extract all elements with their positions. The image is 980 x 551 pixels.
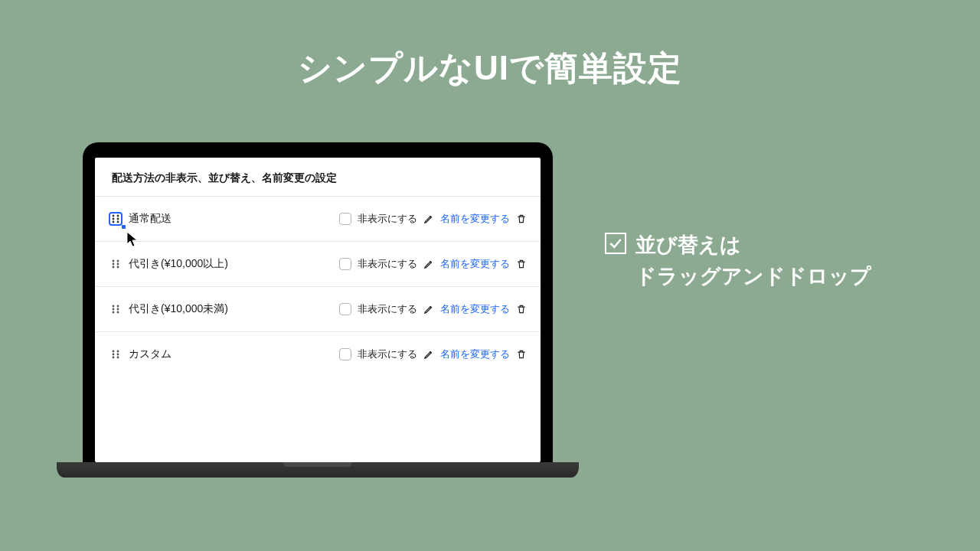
drag-handle-icon[interactable]	[109, 257, 122, 271]
laptop-base	[57, 462, 579, 478]
shipping-row[interactable]: 通常配送 非表示にする 名前を変更する	[95, 196, 541, 241]
svg-point-15	[117, 308, 119, 311]
svg-point-11	[117, 266, 119, 269]
svg-point-19	[117, 350, 119, 353]
shipping-name: 通常配送	[129, 212, 333, 226]
laptop-mock: 配送方法の非表示、並び替え、名前変更の設定 通常配送 非表示にする 名前を変更す…	[83, 142, 553, 478]
trash-icon[interactable]	[516, 304, 527, 315]
svg-point-4	[113, 221, 115, 223]
svg-point-5	[117, 221, 119, 223]
trash-icon[interactable]	[516, 259, 527, 269]
pencil-icon[interactable]	[423, 349, 434, 360]
shipping-name: カスタム	[129, 347, 333, 361]
drag-handle-icon[interactable]	[109, 347, 122, 361]
pencil-icon[interactable]	[423, 304, 434, 315]
svg-point-1	[117, 215, 119, 217]
hide-checkbox[interactable]	[339, 303, 351, 315]
check-icon	[605, 233, 626, 254]
shipping-name: 代引き(¥10,000未満)	[129, 302, 333, 316]
hide-label: 非表示にする	[358, 302, 417, 316]
svg-point-14	[113, 308, 115, 311]
shipping-row[interactable]: カスタム 非表示にする 名前を変更する	[95, 331, 541, 377]
rename-link[interactable]: 名前を変更する	[440, 347, 510, 361]
shipping-row[interactable]: 代引き(¥10,000未満) 非表示にする 名前を変更する	[95, 286, 541, 331]
page-headline: シンプルなUIで簡単設定	[0, 46, 980, 91]
svg-point-21	[117, 354, 119, 356]
app-screen: 配送方法の非表示、並び替え、名前変更の設定 通常配送 非表示にする 名前を変更す…	[95, 158, 541, 462]
callout-line1: 並び替えは	[635, 233, 741, 256]
drag-handle-icon[interactable]	[109, 212, 122, 226]
svg-point-2	[113, 218, 115, 220]
svg-point-18	[113, 350, 115, 353]
pencil-icon[interactable]	[423, 214, 434, 224]
rename-link[interactable]: 名前を変更する	[440, 257, 510, 271]
panel-title: 配送方法の非表示、並び替え、名前変更の設定	[95, 171, 541, 196]
svg-point-6	[113, 260, 115, 262]
svg-point-8	[113, 263, 115, 266]
svg-point-23	[117, 357, 119, 359]
feature-callout: 並び替えは ドラッグアンドドロップ	[605, 230, 871, 292]
hide-checkbox[interactable]	[339, 258, 351, 270]
hide-label: 非表示にする	[358, 212, 417, 226]
trash-icon[interactable]	[516, 214, 527, 224]
hide-checkbox[interactable]	[339, 213, 351, 225]
drag-handle-icon[interactable]	[109, 302, 122, 316]
svg-point-13	[117, 305, 119, 308]
shipping-row[interactable]: 代引き(¥10,000以上) 非表示にする 名前を変更する	[95, 241, 541, 286]
hide-label: 非表示にする	[358, 257, 417, 271]
svg-point-12	[113, 305, 115, 308]
pencil-icon[interactable]	[423, 259, 434, 269]
svg-point-0	[113, 215, 115, 217]
hide-checkbox[interactable]	[339, 348, 351, 360]
svg-point-7	[117, 260, 119, 262]
svg-point-22	[113, 357, 115, 359]
callout-line2: ドラッグアンドドロップ	[635, 261, 871, 292]
svg-point-10	[113, 266, 115, 269]
rename-link[interactable]: 名前を変更する	[440, 212, 510, 226]
trash-icon[interactable]	[516, 349, 527, 360]
svg-point-20	[113, 354, 115, 356]
rename-link[interactable]: 名前を変更する	[440, 302, 510, 316]
svg-point-17	[117, 311, 119, 314]
svg-point-3	[117, 218, 119, 220]
svg-point-16	[113, 311, 115, 314]
svg-point-9	[117, 263, 119, 266]
shipping-name: 代引き(¥10,000以上)	[129, 257, 333, 271]
hide-label: 非表示にする	[358, 347, 417, 361]
